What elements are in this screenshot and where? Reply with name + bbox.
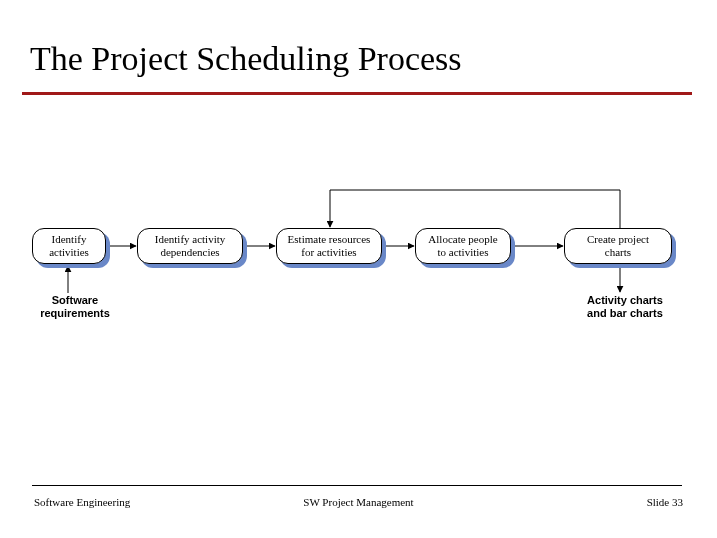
footer-center: SW Project Management xyxy=(0,496,717,508)
footer-slide-number: 33 xyxy=(672,496,683,508)
box-line: charts xyxy=(605,246,631,259)
box-line: to activities xyxy=(437,246,488,259)
footer-slide-prefix: Slide xyxy=(647,496,672,508)
box-estimate-resources: Estimate resources for activities xyxy=(276,228,382,264)
box-line: Estimate resources xyxy=(288,233,371,246)
slide: The Project Scheduling Process Identify xyxy=(0,0,717,538)
page-title: The Project Scheduling Process xyxy=(30,40,462,78)
label-line: Activity charts xyxy=(587,294,663,306)
title-divider xyxy=(22,92,692,95)
box-identify-activities: Identify activities xyxy=(32,228,106,264)
box-identify-dependencies: Identify activity dependencies xyxy=(137,228,243,264)
label-line: requirements xyxy=(40,307,110,319)
label-line: and bar charts xyxy=(587,307,663,319)
box-line: dependencies xyxy=(160,246,219,259)
label-line: Software xyxy=(52,294,98,306)
footer-divider xyxy=(32,485,682,486)
box-create-charts: Create project charts xyxy=(564,228,672,264)
process-diagram: Identify activities Identify activity de… xyxy=(20,180,696,340)
box-line: for activities xyxy=(301,246,356,259)
box-line: Identify xyxy=(52,233,87,246)
box-line: activities xyxy=(49,246,89,259)
box-allocate-people: Allocate people to activities xyxy=(415,228,511,264)
label-activity-charts: Activity charts and bar charts xyxy=(575,294,675,319)
box-line: Create project xyxy=(587,233,649,246)
footer-right: Slide 33 xyxy=(647,496,683,508)
label-software-requirements: Software requirements xyxy=(34,294,116,319)
box-line: Allocate people xyxy=(428,233,497,246)
box-line: Identify activity xyxy=(155,233,226,246)
